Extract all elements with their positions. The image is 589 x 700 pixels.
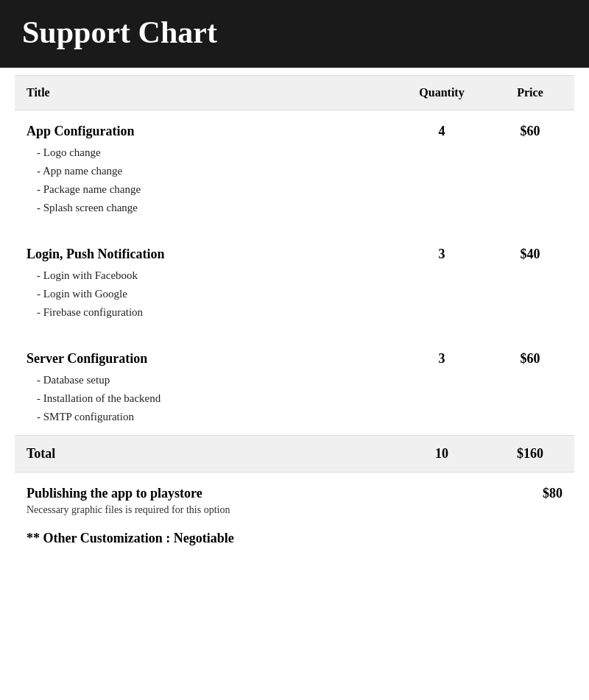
section-price: $60	[486, 338, 574, 371]
list-item: - Package name change	[15, 180, 574, 199]
section-quantity: 3	[398, 338, 486, 371]
section-title: Server Configuration	[15, 338, 398, 371]
section-quantity: 4	[398, 110, 486, 144]
total-price: $160	[486, 436, 574, 473]
total-label: Total	[15, 436, 398, 473]
total-row: Total 10 $160	[15, 436, 574, 473]
col-title: Title	[15, 76, 398, 110]
publishing-title-text: Publishing the app to playstore	[27, 486, 202, 501]
col-price: Price	[486, 76, 574, 110]
section-header-login-push: Login, Push Notification 3 $40	[15, 233, 574, 266]
main-content: Title Quantity Price App Configuration 4…	[0, 75, 589, 580]
section-header-server-config: Server Configuration 3 $60	[15, 338, 574, 371]
section-price: $60	[486, 110, 574, 144]
page-title: Support Chart	[22, 15, 567, 50]
section-price: $40	[486, 233, 574, 266]
section-divider	[15, 330, 574, 338]
list-item: - Logo change	[15, 144, 574, 162]
other-customization: ** Other Customization : Negotiable	[15, 520, 574, 558]
list-item: - Login with Facebook	[15, 266, 574, 285]
section-divider	[15, 226, 574, 233]
header: Support Chart	[0, 0, 589, 68]
list-item: - App name change	[15, 162, 574, 180]
list-item: - Login with Google	[15, 285, 574, 303]
section-title: App Configuration	[15, 110, 398, 144]
publishing-note: Necessary graphic files is required for …	[27, 501, 562, 516]
list-item: - SMTP configuration	[15, 408, 574, 436]
col-quantity: Quantity	[398, 76, 486, 110]
publishing-row: Publishing the app to playstore $80	[27, 486, 562, 501]
section-header-app-config: App Configuration 4 $60	[15, 110, 574, 144]
publishing-section: Publishing the app to playstore $80 Nece…	[15, 473, 574, 520]
total-quantity: 10	[398, 436, 486, 473]
section-title: Login, Push Notification	[15, 233, 398, 266]
list-item: - Splash screen change	[15, 199, 574, 226]
publishing-price: $80	[543, 486, 562, 501]
other-label: ** Other Customization : Negotiable	[27, 531, 234, 545]
list-item: - Installation of the backend	[15, 389, 574, 408]
column-header-row: Title Quantity Price	[15, 76, 574, 110]
list-item: - Database setup	[15, 371, 574, 389]
support-chart-table: Title Quantity Price App Configuration 4…	[15, 75, 574, 473]
list-item: - Firebase configuration	[15, 303, 574, 330]
section-quantity: 3	[398, 233, 486, 266]
